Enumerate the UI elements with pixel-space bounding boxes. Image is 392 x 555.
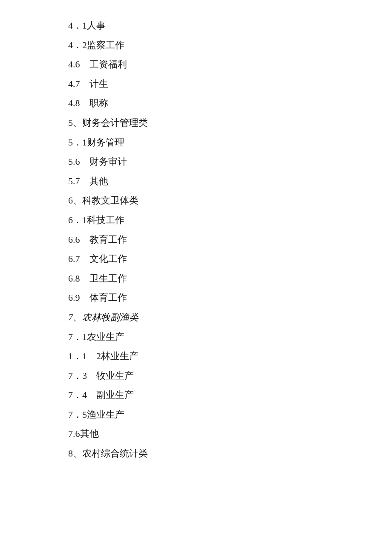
list-item: 6、科教文卫体类	[68, 192, 324, 209]
list-item: 4.6 工资福利	[68, 56, 324, 73]
list-item: 6.9 体育工作	[68, 289, 324, 306]
list-item: 6.7 文化工作	[68, 250, 324, 267]
list-item: 7、农林牧副渔类	[68, 309, 324, 326]
list-item: 6.6 教育工作	[68, 231, 324, 248]
list-item: 5.6 财务审计	[68, 153, 324, 170]
main-content: 4．1人事4．2监察工作4.6 工资福利4.7 计生4.8 职称5、财务会计管理…	[0, 0, 392, 482]
list-item: 5.7 其他	[68, 173, 324, 190]
list-item: 7．5渔业生产	[68, 406, 324, 423]
list-item: 7．4 副业生产	[68, 386, 324, 404]
list-item: 6．1科技工作	[68, 212, 324, 229]
list-item: 5．1财务管理	[68, 134, 324, 151]
list-item: 4.8 职称	[68, 95, 324, 112]
list-item: 7．1农业生产	[68, 328, 324, 346]
list-item: 7.6其他	[68, 425, 324, 442]
list-item: 6.8 卫生工作	[68, 270, 324, 287]
list-item: 4．1人事	[68, 17, 324, 34]
list-item: 4.7 计生	[68, 76, 324, 93]
list-item: 8、农村综合统计类	[68, 445, 324, 462]
list-item: 4．2监察工作	[68, 37, 324, 54]
list-item: 7．3 牧业生产	[68, 367, 324, 384]
list-item: 5、财务会计管理类	[68, 114, 324, 131]
list-item: 1．1 2林业生产	[68, 348, 324, 365]
